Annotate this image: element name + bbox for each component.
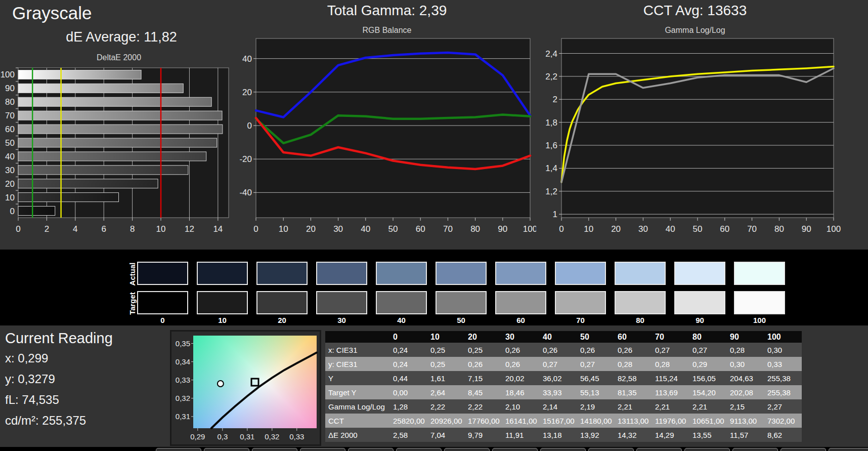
table-cell: 7,15 — [465, 371, 502, 385]
table-row-label: y: CIE31 — [325, 357, 390, 371]
cie-chromaticity-panel: 0,350,340,330,320,310,290,30,310,320,33 — [170, 330, 321, 446]
svg-text:0,29: 0,29 — [190, 432, 205, 441]
actual-swatch-90 — [674, 262, 725, 285]
table-cell: 0,26 — [615, 343, 652, 357]
table-row-label: Target Y — [325, 385, 390, 399]
bottom-tab[interactable] — [540, 448, 586, 451]
table-cell: 2,27 — [764, 399, 802, 414]
table-cell: 0,44 — [390, 371, 427, 385]
svg-text:0,33: 0,33 — [176, 376, 190, 384]
total-gamma-stat: Total Gamma: 2,39 — [238, 3, 536, 19]
svg-text:0: 0 — [10, 207, 15, 216]
swatch-grid: 0102030405060708090100 — [137, 262, 785, 324]
svg-text:1,6: 1,6 — [545, 141, 557, 150]
swatch-step-label: 10 — [197, 316, 248, 324]
bottom-tab[interactable] — [300, 448, 345, 451]
rgb-balance-chart: 40200-20-400102030405060708090100 — [238, 34, 536, 239]
table-cell: 10651,00 — [689, 414, 727, 428]
table-cell: 0,27 — [689, 343, 727, 357]
swatch-step-label: 30 — [316, 316, 367, 324]
grayscale-swatch-band: Actual Target 0102030405060708090100 — [0, 250, 868, 325]
table-cell: 25820,00 — [390, 414, 427, 428]
actual-swatch-0 — [137, 262, 188, 285]
bottom-tab[interactable] — [156, 448, 201, 451]
deltae-bar-chart: 024681012141009080706050403020100 — [0, 66, 238, 245]
table-cell: 2,10 — [502, 399, 540, 414]
bottom-tab[interactable] — [588, 448, 634, 451]
bottom-tab[interactable] — [636, 448, 682, 451]
svg-text:90: 90 — [498, 224, 507, 234]
table-cell: 8,45 — [465, 385, 502, 399]
svg-text:10: 10 — [279, 224, 288, 234]
table-cell: 0,27 — [652, 343, 689, 357]
table-cell: 14180,00 — [577, 414, 615, 428]
table-cell: 13,55 — [689, 428, 727, 442]
svg-text:2: 2 — [45, 224, 49, 234]
table-cell: 2,64 — [427, 385, 465, 399]
svg-text:0,31: 0,31 — [176, 412, 190, 421]
target-swatch-30 — [316, 291, 367, 314]
table-cell: 0,26 — [577, 343, 615, 357]
bottom-tab[interactable] — [492, 448, 538, 451]
rgb-balance-chart-title: RGB Balance — [238, 26, 536, 35]
table-cell: 13,18 — [540, 428, 577, 442]
swatch-column-100: 100 — [734, 262, 785, 324]
swatch-step-label: 80 — [615, 316, 666, 324]
table-cell: 0,00 — [390, 385, 427, 399]
table-row: Gamma Log/Log1,282,222,222,102,142,192,2… — [325, 399, 802, 414]
svg-text:30: 30 — [5, 166, 15, 175]
table-cell: 14,29 — [652, 428, 689, 442]
swatch-step-label: 70 — [555, 316, 606, 324]
bottom-tab[interactable] — [396, 448, 442, 451]
bottom-tab[interactable] — [444, 448, 490, 451]
bottom-tab[interactable] — [829, 448, 868, 451]
target-swatch-40 — [376, 291, 427, 314]
svg-text:14: 14 — [213, 224, 223, 234]
table-row-label: CCT — [325, 414, 390, 428]
svg-text:70: 70 — [443, 224, 453, 234]
svg-text:40: 40 — [242, 54, 252, 64]
svg-text:0,35: 0,35 — [176, 339, 190, 348]
svg-text:0,32: 0,32 — [176, 394, 190, 402]
bottom-tab[interactable] — [732, 448, 778, 451]
svg-text:100: 100 — [523, 224, 536, 234]
target-row-label: Target — [128, 286, 137, 321]
svg-text:80: 80 — [5, 97, 15, 107]
swatch-step-label: 20 — [256, 316, 308, 324]
bottom-tab[interactable] — [348, 448, 394, 451]
deltae-chart-title: DeltaE 2000 — [0, 53, 238, 62]
svg-text:100: 100 — [1, 70, 15, 79]
table-col-header-40: 40 — [540, 331, 577, 343]
table-cell: 16141,00 — [502, 414, 540, 428]
actual-swatch-40 — [376, 262, 427, 285]
table-cell: 81,35 — [615, 385, 652, 399]
svg-text:1,4: 1,4 — [545, 163, 557, 173]
table-cell: 2,15 — [727, 399, 764, 414]
svg-text:90: 90 — [5, 84, 15, 93]
target-swatch-20 — [256, 291, 308, 314]
bottom-tab[interactable] — [780, 448, 826, 451]
bottom-tab[interactable] — [684, 448, 730, 451]
svg-text:70: 70 — [747, 224, 757, 234]
deltae-bar-40 — [18, 152, 206, 161]
deltae-bar-50 — [18, 138, 217, 147]
svg-text:90: 90 — [802, 224, 811, 234]
swatch-column-70: 70 — [555, 262, 606, 324]
table-cell: 2,22 — [465, 399, 502, 414]
table-cell: 156,05 — [689, 371, 727, 385]
bottom-tab[interactable] — [204, 448, 249, 451]
svg-text:1: 1 — [553, 210, 557, 219]
table-cell: 15167,00 — [540, 414, 577, 428]
reading-y: y: 0,3279 — [5, 372, 55, 386]
target-swatch-10 — [197, 291, 248, 314]
table-cell: 0,30 — [764, 343, 802, 357]
calibration-grayscale-screen: { "header": { "page_title": "Grayscale",… — [0, 0, 868, 451]
table-cell: 0,24 — [390, 343, 427, 357]
table-cell: 255,38 — [764, 371, 802, 385]
cct-avg-stat: CCT Avg: 13633 — [543, 3, 847, 19]
bottom-tab[interactable] — [252, 448, 297, 451]
table-cell: 11,91 — [502, 428, 540, 442]
svg-text:0,33: 0,33 — [289, 432, 304, 441]
table-cell: 13113,00 — [615, 414, 652, 428]
svg-text:0,32: 0,32 — [265, 432, 279, 441]
